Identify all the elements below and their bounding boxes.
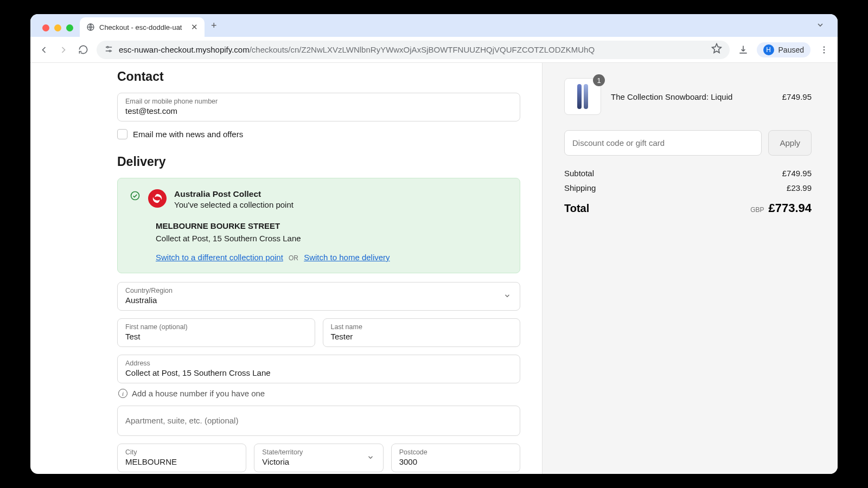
last-name-label: Last name <box>331 323 513 331</box>
postcode-value: 3000 <box>399 457 512 466</box>
browser-window: Checkout - esc-doddle-uat ✕ + esc-nuwan-… <box>30 14 838 474</box>
last-name-value: Tester <box>331 332 513 341</box>
address-bar-row: esc-nuwan-checkout.myshopify.com/checkou… <box>30 37 838 63</box>
product-thumbnail: 1 <box>564 78 601 115</box>
discount-placeholder: Discount code or gift card <box>572 138 665 147</box>
postcode-field[interactable]: Postcode 3000 <box>391 444 520 472</box>
page-content: Contact Email or mobile phone number tes… <box>30 63 838 474</box>
or-separator: OR <box>289 254 298 262</box>
total-currency: GBP <box>750 206 764 214</box>
switch-home-delivery-link[interactable]: Switch to home delivery <box>304 253 390 262</box>
first-name-field[interactable]: First name (optional) Test <box>117 318 315 347</box>
downloads-icon[interactable] <box>737 44 749 55</box>
address-bar-actions <box>711 43 722 56</box>
new-tab-button[interactable]: + <box>205 20 224 37</box>
address-bar[interactable]: esc-nuwan-checkout.myshopify.com/checkou… <box>97 41 730 59</box>
email-field[interactable]: Email or mobile phone number test@test.c… <box>117 93 520 121</box>
subtotal-row: Subtotal £749.95 <box>564 169 812 178</box>
switch-collection-point-link[interactable]: Switch to a different collection point <box>156 253 283 262</box>
tab-bar: Checkout - esc-doddle-uat ✕ + <box>30 14 838 37</box>
state-value: Victoria <box>262 457 375 466</box>
shipping-label: Shipping <box>564 183 596 192</box>
info-icon: i <box>118 389 127 398</box>
address-field[interactable]: Address Collect at Post, 15 Southern Cro… <box>117 355 520 383</box>
url-text: esc-nuwan-checkout.myshopify.com/checkou… <box>119 45 595 54</box>
tab-title: Checkout - esc-doddle-uat <box>99 23 182 31</box>
site-settings-icon[interactable] <box>104 44 113 55</box>
svg-point-3 <box>107 46 108 48</box>
delivery-heading: Delivery <box>117 155 520 169</box>
house-number-hint: Add a house number if you have one <box>132 389 265 398</box>
forward-button[interactable] <box>58 44 69 55</box>
australia-post-logo-icon <box>148 189 167 208</box>
city-label: City <box>125 448 238 456</box>
address-label: Address <box>125 359 512 367</box>
tab-dropdown-button[interactable] <box>816 21 832 37</box>
total-label: Total <box>564 202 589 215</box>
shipping-row: Shipping £23.99 <box>564 183 812 192</box>
city-field[interactable]: City MELBOURNE <box>117 444 246 472</box>
state-label: State/territory <box>262 448 375 456</box>
email-value: test@test.com <box>125 106 512 115</box>
collection-title: Australia Post Collect <box>174 189 508 199</box>
postcode-label: Postcode <box>399 448 512 456</box>
close-window-button[interactable] <box>42 24 49 31</box>
apply-discount-button[interactable]: Apply <box>768 130 812 156</box>
fullscreen-window-button[interactable] <box>66 24 73 31</box>
contact-heading: Contact <box>117 69 520 84</box>
close-tab-icon[interactable]: ✕ <box>191 22 198 32</box>
collection-point-address: Collect at Post, 15 Southern Cross Lane <box>156 234 508 243</box>
country-select[interactable]: Country/Region Australia <box>117 282 520 311</box>
country-value: Australia <box>125 296 512 305</box>
minimize-window-button[interactable] <box>54 24 61 31</box>
quantity-badge: 1 <box>593 74 605 86</box>
total-row: Total GBP £773.94 <box>564 201 812 215</box>
house-number-hint-row: i Add a house number if you have one <box>118 389 520 398</box>
svg-point-7 <box>824 52 825 53</box>
browser-tab[interactable]: Checkout - esc-doddle-uat ✕ <box>80 17 205 37</box>
first-name-value: Test <box>125 332 307 341</box>
browser-menu-icon[interactable] <box>818 45 830 55</box>
city-value: MELBOURNE <box>125 457 238 466</box>
address-value: Collect at Post, 15 Southern Cross Lane <box>125 368 512 377</box>
last-name-field[interactable]: Last name Tester <box>323 318 521 347</box>
order-summary-column: 1 The Collection Snowboard: Liquid £749.… <box>542 63 838 474</box>
total-amount: £773.94 <box>768 201 812 215</box>
news-offers-checkbox[interactable] <box>117 129 127 139</box>
chevron-down-icon <box>503 292 511 301</box>
subtotal-value: £749.95 <box>782 169 812 178</box>
svg-point-6 <box>824 49 825 50</box>
svg-point-4 <box>109 50 111 52</box>
news-offers-checkbox-row[interactable]: Email me with news and offers <box>117 129 520 139</box>
paused-label: Paused <box>778 46 804 54</box>
profile-paused-pill[interactable]: H Paused <box>757 42 810 57</box>
checkout-main-column: Contact Email or mobile phone number tes… <box>30 63 542 474</box>
check-circle-icon <box>130 190 141 203</box>
bookmark-icon[interactable] <box>711 43 722 56</box>
news-offers-label: Email me with news and offers <box>133 130 243 139</box>
window-traffic-lights <box>36 24 80 37</box>
back-button[interactable] <box>38 44 50 55</box>
state-select[interactable]: State/territory Victoria <box>254 444 383 472</box>
apartment-field[interactable]: Apartment, suite, etc. (optional) <box>117 406 520 436</box>
subtotal-label: Subtotal <box>564 169 594 178</box>
discount-code-field[interactable]: Discount code or gift card <box>564 130 762 156</box>
globe-icon <box>86 23 95 31</box>
product-name: The Collection Snowboard: Liquid <box>611 92 773 101</box>
product-price: £749.95 <box>782 92 812 101</box>
country-label: Country/Region <box>125 287 512 294</box>
email-label: Email or mobile phone number <box>125 98 512 105</box>
profile-avatar: H <box>763 44 774 55</box>
apartment-placeholder: Apartment, suite, etc. (optional) <box>125 416 238 425</box>
reload-button[interactable] <box>77 44 89 55</box>
shipping-value: £23.99 <box>787 183 812 192</box>
collection-point-name: MELBOURNE BOURKE STREET <box>156 221 508 230</box>
svg-point-8 <box>131 192 139 200</box>
discount-row: Discount code or gift card Apply <box>564 130 812 156</box>
cart-line-item: 1 The Collection Snowboard: Liquid £749.… <box>564 78 812 115</box>
collection-point-card: Australia Post Collect You've selected a… <box>117 178 520 273</box>
svg-point-5 <box>824 46 825 48</box>
chevron-down-icon <box>367 453 374 463</box>
collection-subtitle: You've selected a collection point <box>174 200 508 209</box>
first-name-label: First name (optional) <box>125 323 307 331</box>
